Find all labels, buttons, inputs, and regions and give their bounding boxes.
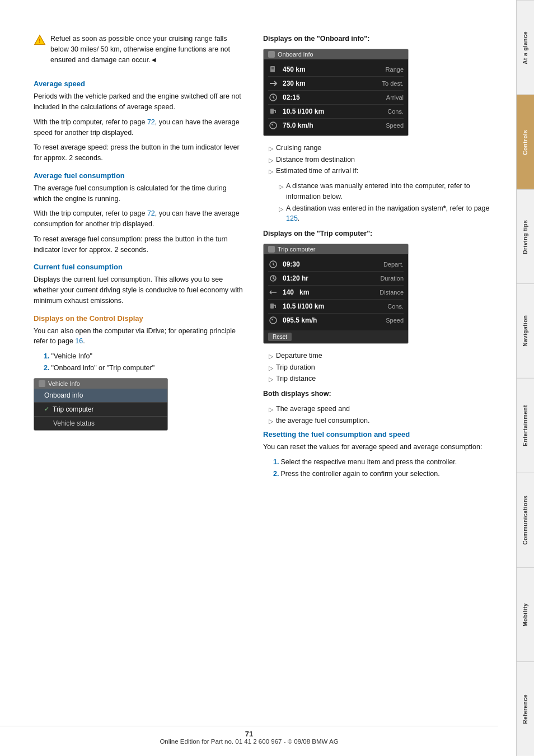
- onboard-row-range: 450 km Range: [268, 63, 404, 77]
- trip-bullet-3: ▷Trip distance: [269, 374, 499, 384]
- avg-speed-heading: Average speed: [34, 80, 246, 88]
- arrow-sub-2: ▷: [279, 204, 283, 225]
- resetting-steps: 1.Select the respective menu item and pr…: [271, 457, 499, 479]
- trip-ss-header: Trip computer: [264, 244, 408, 254]
- avg-fuel-para1: The average fuel consumption is calculat…: [34, 183, 246, 204]
- right-column: Displays on the "Onboard info": Onboard …: [263, 34, 499, 484]
- vi-item-status-label: Vehicle status: [44, 419, 95, 427]
- avg-speed-para2: With the trip computer, refer to page 72…: [34, 117, 246, 138]
- onboard-row-dest: 230 km To dest.: [268, 77, 404, 91]
- arrow-sub-1: ▷: [279, 182, 283, 202]
- right-sidebar: At a glance Controls Driving tips Naviga…: [516, 0, 534, 756]
- onboard-bullet-2: ▷Distance from destination: [269, 155, 499, 165]
- trip-duration-value: 01:20 hr: [283, 274, 316, 282]
- onboard-arrival-label: Arrival: [386, 94, 404, 101]
- arrow-icon-3: ▷: [269, 167, 273, 176]
- footer-text: Online Edition for Part no. 01 41 2 600 …: [160, 738, 338, 745]
- sidebar-tab-at-a-glance[interactable]: At a glance: [517, 0, 534, 95]
- trip-speed-value: 095.5 km/h: [283, 316, 317, 324]
- trip-arrow-3: ▷: [269, 375, 273, 384]
- onboard-row-speed: 75.0 km/h Speed: [268, 119, 404, 132]
- vi-header-title: Vehicle Info: [48, 380, 80, 387]
- both-bullet-1: ▷The average speed and: [269, 404, 499, 414]
- trip-bullets: ▷Departure time ▷Trip duration ▷Trip dis…: [269, 351, 499, 384]
- trip-speed-label: Speed: [386, 317, 404, 324]
- both-arrow-1: ▷: [269, 405, 273, 414]
- vi-item-onboard-label: Onboard info: [44, 391, 83, 399]
- nav-page-link[interactable]: 125: [286, 214, 298, 222]
- trip-row-depart: 09:30 Depart.: [268, 258, 404, 272]
- avg-fuel-heading: Average fuel consumption: [34, 171, 246, 180]
- trip-cons-label: Cons.: [387, 303, 404, 310]
- vi-item-status: Vehicle status: [34, 417, 167, 430]
- trip-ss-icon: [268, 246, 275, 253]
- trip-cons-icon: [268, 301, 278, 311]
- onboard-speed-value: 75.0 km/h: [283, 122, 316, 129]
- arrow-icon-2: ▷: [269, 156, 273, 165]
- sidebar-tab-driving-tips[interactable]: Driving tips: [517, 189, 534, 284]
- sidebar-tab-reference[interactable]: Reference: [517, 661, 534, 756]
- svg-text:!: !: [39, 38, 40, 44]
- trip-speed-icon: [268, 315, 278, 325]
- svg-rect-4: [270, 109, 274, 114]
- arrow-icon: [268, 78, 278, 88]
- trip-reset-btn[interactable]: Reset: [264, 330, 408, 343]
- both-show-bullets: ▷The average speed and ▷the average fuel…: [269, 404, 499, 426]
- sidebar-tab-mobility[interactable]: Mobility: [517, 567, 534, 662]
- trip-row-cons: 10.5 l/100 km Cons.: [268, 300, 404, 314]
- sidebar-tab-navigation[interactable]: Navigation: [517, 283, 534, 378]
- onboard-row-arrival: 02:15 Arrival: [268, 91, 404, 105]
- fuel-icon: [268, 64, 278, 74]
- warning-text: Refuel as soon as possible once your cru…: [50, 34, 246, 65]
- control-display-item-2: 2."Onboard info" or "Trip computer": [41, 363, 246, 374]
- clock-icon: [268, 92, 278, 102]
- onboard-sub-bullets: ▷A distance was manually entered into th…: [279, 181, 499, 224]
- avg-fuel-para2: With the trip computer, refer to page 72…: [34, 208, 246, 230]
- avg-fuel-para3: To reset average fuel consumption: press…: [34, 234, 246, 255]
- trip-row-distance: 140 km Distance: [268, 286, 404, 300]
- vehicle-info-screenshot: Vehicle Info Onboard info ✓ Trip compute…: [34, 378, 168, 431]
- avg-speed-para3: To reset average speed: press the button…: [34, 142, 246, 164]
- onboard-dest-label: To dest.: [382, 80, 404, 87]
- onboard-sub-1: ▷A distance was manually entered into th…: [279, 181, 499, 202]
- sidebar-tab-controls[interactable]: Controls: [517, 95, 534, 189]
- resetting-step-2: 2.Press the controller again to confirm …: [271, 469, 499, 479]
- trip-arrow-1: ▷: [269, 352, 273, 361]
- onboard-speed-label: Speed: [386, 122, 404, 129]
- avg-fuel-link[interactable]: 72: [147, 209, 155, 217]
- page-wrapper: ! Refuel as soon as possible once your c…: [0, 0, 534, 756]
- warning-box: ! Refuel as soon as possible once your c…: [34, 34, 246, 69]
- control-display-list: 1."Vehicle Info" 2."Onboard info" or "Tr…: [41, 351, 246, 374]
- warning-icon: !: [34, 34, 46, 46]
- duration-icon: [268, 273, 278, 283]
- onboard-ss-header: Onboard info: [264, 49, 408, 59]
- onboard-info-heading: Displays on the "Onboard info":: [263, 34, 499, 44]
- page-footer: 71 Online Edition for Part no. 01 41 2 6…: [0, 726, 498, 745]
- trip-ss-body: 09:30 Depart. 01:20 hr Duration: [264, 254, 408, 330]
- sidebar-tab-communications[interactable]: Communications: [517, 473, 534, 567]
- onboard-ss-icon: [268, 51, 275, 58]
- control-display-heading: Displays on the Control Display: [34, 314, 246, 323]
- both-bullet-2: ▷the average fuel consumption.: [269, 416, 499, 426]
- trip-computer-screenshot: Trip computer 09:30 Depart.: [263, 244, 409, 344]
- vi-item-trip: ✓ Trip computer: [34, 403, 167, 417]
- trip-row-speed: 095.5 km/h Speed: [268, 314, 404, 327]
- onboard-range-label: Range: [386, 66, 404, 73]
- onboard-cons-value: 10.5 l/100 km: [283, 108, 324, 115]
- svg-rect-2: [271, 67, 274, 69]
- trip-distance-value: 140 km: [283, 288, 316, 296]
- onboard-ss-title: Onboard info: [278, 51, 313, 58]
- control-display-link[interactable]: 16: [75, 337, 83, 345]
- onboard-bullets: ▷Cruising range ▷Distance from destinati…: [269, 143, 499, 176]
- trip-bullet-1: ▷Departure time: [269, 351, 499, 361]
- control-display-para1: You can also open the computer via iDriv…: [34, 326, 246, 347]
- left-column: ! Refuel as soon as possible once your c…: [34, 34, 246, 484]
- avg-speed-link[interactable]: 72: [147, 118, 155, 126]
- cons-icon: [268, 106, 278, 116]
- trip-computer-heading: Displays on the "Trip computer":: [263, 228, 499, 239]
- onboard-range-value: 450 km: [283, 66, 316, 73]
- trip-distance-label: Distance: [380, 289, 404, 296]
- resetting-heading: Resetting the fuel consumption and speed: [263, 430, 499, 438]
- resetting-para1: You can reset the values for average spe…: [263, 442, 499, 452]
- sidebar-tab-entertainment[interactable]: Entertainment: [517, 378, 534, 473]
